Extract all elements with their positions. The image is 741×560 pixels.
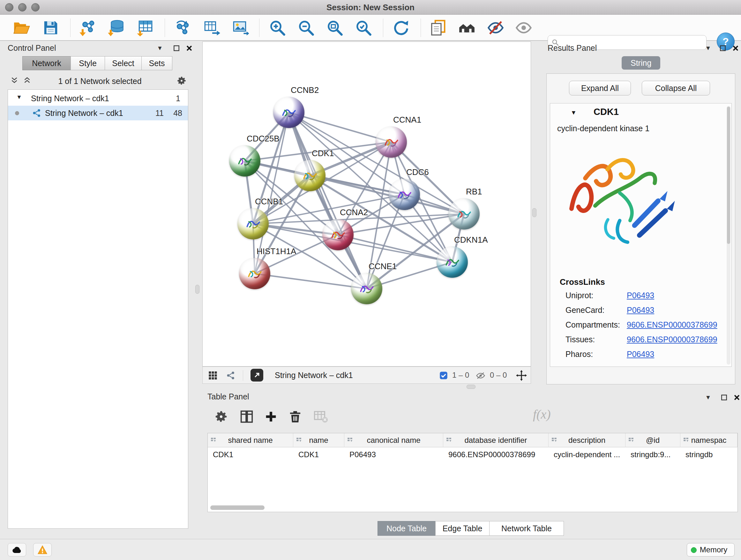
create-column-icon[interactable] <box>264 409 278 424</box>
zoom-in-button[interactable] <box>269 19 286 37</box>
network-node-HIST1H1A[interactable] <box>239 258 270 289</box>
tab-network[interactable]: Network <box>22 56 71 70</box>
collapse-all-button[interactable]: Collapse All <box>642 81 710 96</box>
results-tab-string[interactable]: String <box>622 56 660 70</box>
import-table-button[interactable] <box>137 19 154 37</box>
table-cell[interactable]: CDK1 <box>208 447 293 462</box>
refresh-view-button[interactable] <box>393 19 410 37</box>
crosslink-link[interactable]: P06493 <box>627 288 654 303</box>
copy-style-button[interactable] <box>429 19 447 37</box>
column-header-database-identifier[interactable]: database identifier <box>443 433 549 447</box>
table-horizontal-scrollbar[interactable] <box>210 505 265 510</box>
network-node-CDC25B[interactable] <box>229 145 260 177</box>
open-in-browser-button[interactable] <box>251 369 263 381</box>
results-panel-float-button[interactable] <box>718 44 728 53</box>
network-node-CCNA1[interactable] <box>376 126 407 158</box>
results-scrollbar-thumb[interactable] <box>727 107 730 244</box>
control-panel-collapse-button[interactable]: ▼ <box>155 44 165 53</box>
splitter-handle-right[interactable] <box>532 208 536 217</box>
network-node-CDKN1A[interactable] <box>436 246 468 278</box>
grid-view-icon[interactable] <box>208 371 217 380</box>
tab-sets[interactable]: Sets <box>141 56 172 70</box>
table-settings-gear-icon[interactable] <box>214 409 228 424</box>
tab-network-table[interactable]: Network Table <box>489 521 564 536</box>
hide-selected-button[interactable] <box>487 19 504 37</box>
column-header-canonical-name[interactable]: canonical name <box>344 433 443 447</box>
table-cell[interactable]: stringdb:9... <box>625 447 680 462</box>
function-builder-icon[interactable]: f(x) <box>533 407 551 422</box>
cloud-status-button[interactable] <box>8 543 26 557</box>
show-all-networks-button[interactable] <box>458 19 475 37</box>
results-panel-collapse-button[interactable]: ▼ <box>703 44 713 53</box>
network-node-CDK1[interactable] <box>294 160 326 191</box>
control-panel-float-button[interactable] <box>172 44 181 53</box>
hidden-eye-icon[interactable] <box>476 372 485 380</box>
control-panel-close-button[interactable] <box>185 44 194 53</box>
column-header-shared-name[interactable]: shared name <box>208 433 293 447</box>
zoom-fit-button[interactable] <box>326 19 343 37</box>
table-cell[interactable]: CDK1 <box>293 447 344 462</box>
tree-expand-caret-icon[interactable]: ▼ <box>16 94 22 101</box>
tab-style[interactable]: Style <box>71 56 105 70</box>
clone-network-button[interactable] <box>203 19 220 37</box>
expand-all-icon[interactable] <box>23 76 33 86</box>
selected-checkbox-icon[interactable] <box>440 371 448 380</box>
results-scrollbar[interactable] <box>727 106 731 365</box>
network-node-CCNA2[interactable] <box>322 219 354 250</box>
table-panel-float-button[interactable] <box>719 393 729 402</box>
tab-edge-table[interactable]: Edge Table <box>435 521 489 536</box>
show-hidden-button[interactable] <box>515 19 532 37</box>
network-node-CCNE1[interactable] <box>351 273 382 304</box>
import-network-button[interactable] <box>79 19 96 37</box>
delete-table-icon[interactable] <box>313 409 328 424</box>
table-panel-collapse-button[interactable]: ▼ <box>703 393 713 402</box>
crosslink-link[interactable]: 9606.ENSP00000378699 <box>627 317 718 332</box>
network-node-RB1[interactable] <box>448 198 480 230</box>
open-session-button[interactable] <box>13 19 30 37</box>
splitter-handle-left[interactable] <box>195 285 199 294</box>
save-session-button[interactable] <box>42 19 59 37</box>
new-network-button[interactable] <box>174 19 192 37</box>
export-image-button[interactable] <box>232 19 249 37</box>
gene-section-caret-icon[interactable]: ▼ <box>570 109 577 116</box>
network-row-selected[interactable]: String Network – cdk1 11 48 <box>8 106 188 120</box>
window-title: Session: New Session <box>0 0 741 15</box>
network-collection-row[interactable]: ▼ String Network – cdk1 1 <box>8 91 188 106</box>
network-edge-CCNB2-CCNE1[interactable] <box>289 112 367 289</box>
table-cell[interactable]: P06493 <box>344 447 443 462</box>
network-options-gear-icon[interactable] <box>176 75 188 87</box>
tab-node-table[interactable]: Node Table <box>378 521 435 536</box>
table-row[interactable]: CDK1CDK1P064939606.ENSP00000378699cyclin… <box>208 447 738 462</box>
column-header-name[interactable]: name <box>293 433 344 447</box>
crosslink-link[interactable]: 9606.ENSP00000378699 <box>627 332 718 347</box>
network-canvas[interactable]: CCNB2CCNA1CDC25BCDK1CDC6RB1CCNB1CCNA2CDK… <box>202 42 531 367</box>
network-node-CDC6[interactable] <box>389 179 420 210</box>
expand-all-button[interactable]: Expand All <box>569 81 631 96</box>
table-panel-close-button[interactable] <box>732 393 741 402</box>
tab-select[interactable]: Select <box>105 56 142 70</box>
warnings-button[interactable] <box>33 543 52 557</box>
column-header-description[interactable]: description <box>549 433 625 447</box>
splitter-handle-bottom[interactable] <box>467 385 475 389</box>
crosslink-link[interactable]: P06493 <box>627 303 654 317</box>
network-node-CCNB1[interactable] <box>238 208 269 240</box>
results-panel-close-button[interactable] <box>731 44 740 53</box>
memory-button[interactable]: Memory <box>687 543 735 557</box>
column-header--id[interactable]: @id <box>625 433 680 447</box>
crosslink-link[interactable]: P06493 <box>627 347 654 361</box>
import-network-from-database-button[interactable] <box>108 19 125 37</box>
table-cell[interactable]: 9606.ENSP00000378699 <box>443 447 549 462</box>
node-label-CDK1: CDK1 <box>312 148 334 159</box>
network-edge-HIST1H1A-CCNE1[interactable] <box>255 273 367 289</box>
zoom-selected-button[interactable] <box>355 19 372 37</box>
table-cell[interactable]: cyclin-dependent ... <box>549 447 625 462</box>
network-node-CCNB2[interactable] <box>273 97 305 128</box>
column-header-namespac[interactable]: namespac <box>680 433 738 447</box>
pan-crosshair-icon[interactable] <box>516 370 527 381</box>
table-cell[interactable]: stringdb <box>680 447 738 462</box>
delete-column-icon[interactable] <box>288 409 302 424</box>
zoom-out-button[interactable] <box>297 19 315 37</box>
collapse-all-icon[interactable] <box>10 76 20 86</box>
show-columns-icon[interactable] <box>239 409 254 424</box>
share-network-icon[interactable] <box>226 371 235 380</box>
